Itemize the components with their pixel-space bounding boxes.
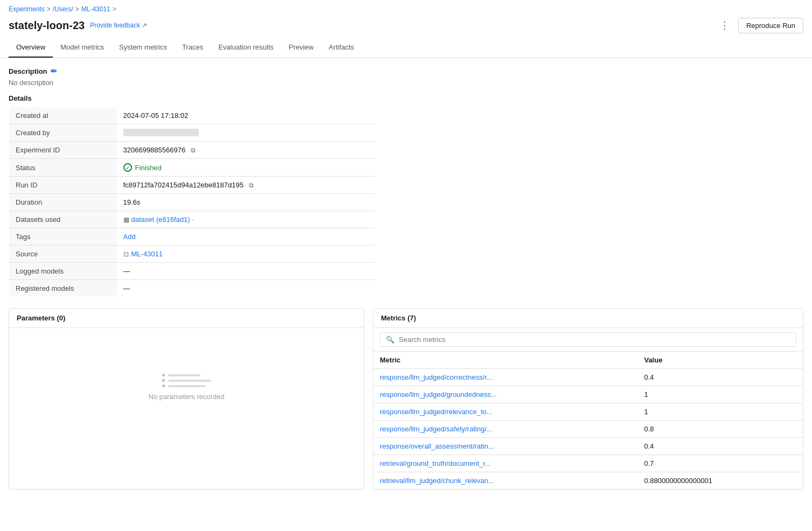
- feedback-icon: ↗: [142, 22, 147, 29]
- feedback-label: Provide feedback: [90, 22, 140, 29]
- metrics-table: Metric Value response/llm_judged/correct…: [373, 352, 803, 489]
- table-row: response/llm_judged/relevance_to... 1: [373, 403, 803, 421]
- status-label: Finished: [135, 164, 162, 172]
- source-link[interactable]: ML-43011: [131, 250, 163, 258]
- tab-evaluation-results[interactable]: Evaluation results: [211, 38, 281, 58]
- table-row: Tags Add: [9, 228, 375, 246]
- detail-key-experiment-id: Experiment ID: [9, 142, 117, 159]
- details-title: Details: [9, 94, 803, 102]
- detail-value-source: ⊡ ML-43011: [117, 246, 375, 263]
- metric-link[interactable]: response/overall_assessment/ratin...: [380, 442, 494, 450]
- page-header: stately-loon-23 Provide feedback ↗ ⋮ Rep…: [0, 15, 812, 38]
- table-row: Duration 19.6s: [9, 194, 375, 211]
- tab-system-metrics[interactable]: System metrics: [112, 38, 175, 58]
- metric-value-cell: 1: [637, 403, 803, 421]
- metrics-header: Metrics (7): [373, 309, 803, 328]
- metric-link[interactable]: response/llm_judged/correctness/r...: [380, 373, 492, 381]
- table-row: response/llm_judged/safety/rating/... 0.…: [373, 421, 803, 438]
- metric-value-cell: 0.4: [637, 438, 803, 455]
- detail-value-status: ✓ Finished: [117, 159, 375, 177]
- metric-link[interactable]: response/llm_judged/groundedness...: [380, 390, 497, 399]
- details-section: Details Created at 2024-07-05 17:18:02 C…: [9, 94, 803, 297]
- add-tag-link[interactable]: Add: [123, 233, 136, 241]
- search-metrics-input[interactable]: [399, 336, 790, 344]
- metric-value-cell: 0.7: [637, 455, 803, 472]
- table-row: Source ⊡ ML-43011: [9, 246, 375, 263]
- metrics-table-header-row: Metric Value: [373, 352, 803, 369]
- dataset-link[interactable]: dataset (e816fad1): [131, 215, 190, 223]
- detail-value-duration: 19.6s: [117, 194, 375, 211]
- detail-value-created-by: [117, 124, 375, 142]
- metric-name-cell: retrieval/ground_truth/document_r...: [373, 455, 637, 472]
- page-content: Description ✏ No description Details Cre…: [0, 58, 812, 498]
- col-value: Value: [637, 352, 803, 369]
- table-row: retrieval/ground_truth/document_r... 0.7: [373, 455, 803, 472]
- metric-name-cell: response/overall_assessment/ratin...: [373, 438, 637, 455]
- metric-link[interactable]: retrieval/ground_truth/document_r...: [380, 459, 491, 467]
- detail-value-datasets: ▦ dataset (e816fad1) ·: [117, 211, 375, 228]
- table-row: response/overall_assessment/ratin... 0.4: [373, 438, 803, 455]
- detail-value-tags: Add: [117, 228, 375, 246]
- breadcrumb-experiments[interactable]: Experiments: [9, 5, 45, 13]
- detail-value-registered-models: —: [117, 280, 375, 297]
- empty-params-label: No parameters recorded: [149, 393, 225, 401]
- metrics-panel: Metrics (7) 🔍 Metric Value response/llm_…: [373, 308, 803, 490]
- edit-description-icon[interactable]: ✏: [51, 67, 57, 75]
- table-row: response/llm_judged/groundedness... 1: [373, 386, 803, 403]
- detail-key-duration: Duration: [9, 194, 117, 211]
- tab-overview[interactable]: Overview: [9, 38, 53, 58]
- breadcrumb-sep3: >: [113, 5, 116, 13]
- parameters-panel: Parameters (0) No param: [9, 308, 364, 490]
- detail-key-created-at: Created at: [9, 107, 117, 124]
- source-link-wrapper: ⊡ ML-43011: [123, 250, 369, 258]
- reproduce-run-button[interactable]: Reproduce Run: [738, 18, 803, 33]
- metrics-search-box: 🔍: [373, 328, 803, 352]
- run-title: stately-loon-23: [9, 19, 85, 32]
- detail-value-run-id: fc89712fa702415d94a12ebe8187d195 ⧉: [117, 177, 375, 194]
- metric-value-cell: 0.8: [637, 421, 803, 438]
- header-left: stately-loon-23 Provide feedback ↗: [9, 19, 147, 32]
- empty-icon: [162, 374, 211, 387]
- table-row: Status ✓ Finished: [9, 159, 375, 177]
- detail-value-created-at: 2024-07-05 17:18:02: [117, 107, 375, 124]
- metric-link[interactable]: retrieval/llm_judged/chunk_relevan...: [380, 477, 494, 485]
- parameters-empty-state: No parameters recorded: [9, 328, 364, 446]
- metric-link[interactable]: response/llm_judged/safety/rating/...: [380, 425, 492, 433]
- breadcrumb-users[interactable]: /Users/: [53, 5, 73, 13]
- tab-traces[interactable]: Traces: [175, 38, 211, 58]
- table-row: retrieval/llm_judged/chunk_relevan... 0.…: [373, 472, 803, 490]
- metric-name-cell: response/llm_judged/relevance_to...: [373, 403, 637, 421]
- detail-key-created-by: Created by: [9, 124, 117, 142]
- detail-key-registered-models: Registered models: [9, 280, 117, 297]
- feedback-link[interactable]: Provide feedback ↗: [90, 22, 147, 29]
- tab-bar: Overview Model metrics System metrics Tr…: [0, 38, 812, 58]
- table-row: Logged models —: [9, 263, 375, 280]
- breadcrumb: Experiments > /Users/ > ML-43011 >: [0, 0, 812, 15]
- header-right: ⋮ Reproduce Run: [716, 17, 803, 33]
- search-icon: 🔍: [386, 336, 394, 344]
- tab-model-metrics[interactable]: Model metrics: [53, 38, 112, 58]
- table-row: Experiment ID 3206699885566976 ⧉: [9, 142, 375, 159]
- metric-value-cell: 1: [637, 386, 803, 403]
- table-row: response/llm_judged/correctness/r... 0.4: [373, 369, 803, 386]
- source-icon: ⊡: [123, 250, 129, 258]
- copy-run-id-icon[interactable]: ⧉: [249, 181, 254, 189]
- copy-experiment-id-icon[interactable]: ⧉: [191, 146, 196, 154]
- status-icon: ✓: [123, 163, 132, 172]
- detail-value-logged-models: —: [117, 263, 375, 280]
- table-row: Datasets used ▦ dataset (e816fad1) ·: [9, 211, 375, 228]
- search-input-wrapper[interactable]: 🔍: [380, 332, 796, 347]
- detail-key-status: Status: [9, 159, 117, 177]
- table-row: Created at 2024-07-05 17:18:02: [9, 107, 375, 124]
- breadcrumb-sep1: >: [47, 5, 51, 13]
- tab-preview[interactable]: Preview: [281, 38, 321, 58]
- tab-artifacts[interactable]: Artifacts: [321, 38, 362, 58]
- description-title: Description: [9, 67, 47, 75]
- metric-link[interactable]: response/llm_judged/relevance_to...: [380, 408, 492, 416]
- more-button[interactable]: ⋮: [716, 17, 734, 33]
- breadcrumb-mlid[interactable]: ML-43011: [81, 5, 110, 13]
- table-row: Run ID fc89712fa702415d94a12ebe8187d195 …: [9, 177, 375, 194]
- description-header: Description ✏: [9, 67, 803, 75]
- no-description-text: No description: [9, 79, 803, 87]
- status-finished: ✓ Finished: [123, 163, 369, 172]
